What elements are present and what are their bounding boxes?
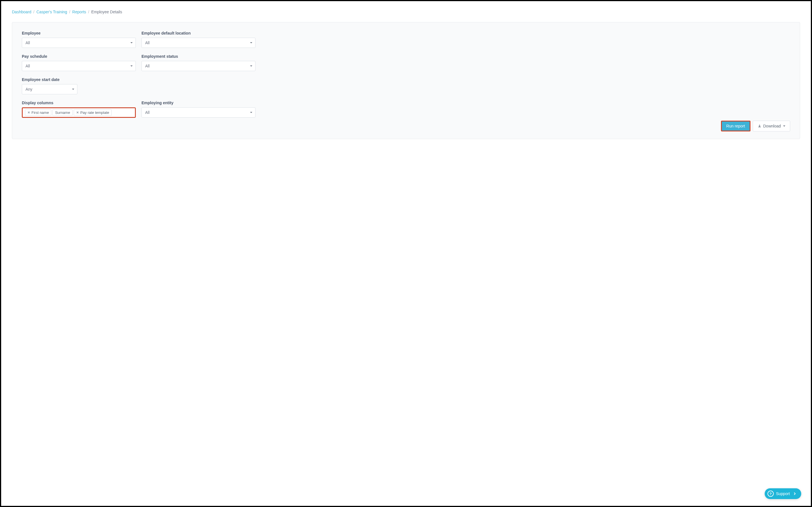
chevron-down-icon xyxy=(131,42,133,43)
filter-row-1: Employee All Employee default location A… xyxy=(22,31,790,48)
employing-entity-select-value: All xyxy=(145,110,150,115)
default-location-select-value: All xyxy=(145,41,150,45)
chevron-down-icon xyxy=(250,42,252,43)
filter-display-columns: Display columns ✕ First name Surname ✕ P… xyxy=(22,101,136,118)
breadcrumb-dashboard[interactable]: Dashboard xyxy=(12,10,32,14)
support-widget[interactable]: ? Support xyxy=(765,488,801,499)
chevron-down-icon xyxy=(783,125,785,127)
help-icon: ? xyxy=(767,491,774,497)
breadcrumb-current: Employee Details xyxy=(91,10,122,14)
chevron-right-icon xyxy=(792,491,797,496)
employee-select[interactable]: All xyxy=(22,38,136,48)
employee-select-value: All xyxy=(26,41,30,45)
filter-employing-entity: Employing entity All xyxy=(142,101,255,118)
support-label: Support xyxy=(776,492,790,496)
chevron-down-icon xyxy=(250,65,252,67)
remove-icon[interactable]: ✕ xyxy=(28,111,30,114)
breadcrumb-reports[interactable]: Reports xyxy=(72,10,86,14)
pay-schedule-select[interactable]: All xyxy=(22,61,136,71)
display-columns-label: Display columns xyxy=(22,101,136,105)
filter-row-4: Display columns ✕ First name Surname ✕ P… xyxy=(22,101,790,118)
action-button-row: Run report Download xyxy=(22,121,790,131)
chevron-down-icon xyxy=(131,65,133,67)
tag-label: Surname xyxy=(55,110,70,115)
employment-status-label: Employment status xyxy=(142,54,255,59)
employment-status-select[interactable]: All xyxy=(142,61,255,71)
breadcrumb-separator: / xyxy=(69,10,70,14)
download-button-label: Download xyxy=(763,124,781,128)
employing-entity-label: Employing entity xyxy=(142,101,255,105)
start-date-label: Employee start date xyxy=(22,77,78,82)
download-button[interactable]: Download xyxy=(753,121,790,131)
filter-default-location: Employee default location All xyxy=(142,31,255,48)
filter-row-3: Employee start date Any xyxy=(22,77,790,94)
default-location-label: Employee default location xyxy=(142,31,255,36)
display-columns-multiselect[interactable]: ✕ First name Surname ✕ Pay rate template xyxy=(22,107,136,118)
filter-start-date: Employee start date Any xyxy=(22,77,78,94)
filter-pay-schedule: Pay schedule All xyxy=(22,54,136,71)
filter-panel: Employee All Employee default location A… xyxy=(12,22,800,139)
breadcrumb: Dashboard / Casper's Training / Reports … xyxy=(12,10,800,14)
breadcrumb-separator: / xyxy=(88,10,89,14)
filter-row-2: Pay schedule All Employment status All xyxy=(22,54,790,71)
employment-status-select-value: All xyxy=(145,64,150,68)
pay-schedule-label: Pay schedule xyxy=(22,54,136,59)
tag-first-name: ✕ First name xyxy=(25,109,51,116)
tag-pay-rate-template: ✕ Pay rate template xyxy=(74,109,112,116)
page-container: Dashboard / Casper's Training / Reports … xyxy=(1,1,811,148)
breadcrumb-separator: / xyxy=(34,10,35,14)
chevron-down-icon xyxy=(250,112,252,113)
employee-label: Employee xyxy=(22,31,136,36)
default-location-select[interactable]: All xyxy=(142,38,255,48)
tag-label: First name xyxy=(32,110,49,115)
download-icon xyxy=(758,124,762,128)
start-date-select[interactable]: Any xyxy=(22,84,78,94)
employing-entity-select[interactable]: All xyxy=(142,107,255,118)
tag-surname: Surname xyxy=(52,109,72,116)
tag-label: Pay rate template xyxy=(80,110,109,115)
filter-employment-status: Employment status All xyxy=(142,54,255,71)
chevron-down-icon xyxy=(72,89,74,90)
filter-employee: Employee All xyxy=(22,31,136,48)
start-date-select-value: Any xyxy=(26,87,32,92)
pay-schedule-select-value: All xyxy=(26,64,30,68)
breadcrumb-caspers-training[interactable]: Casper's Training xyxy=(36,10,67,14)
remove-icon[interactable]: ✕ xyxy=(76,111,79,114)
run-report-button[interactable]: Run report xyxy=(721,121,751,131)
